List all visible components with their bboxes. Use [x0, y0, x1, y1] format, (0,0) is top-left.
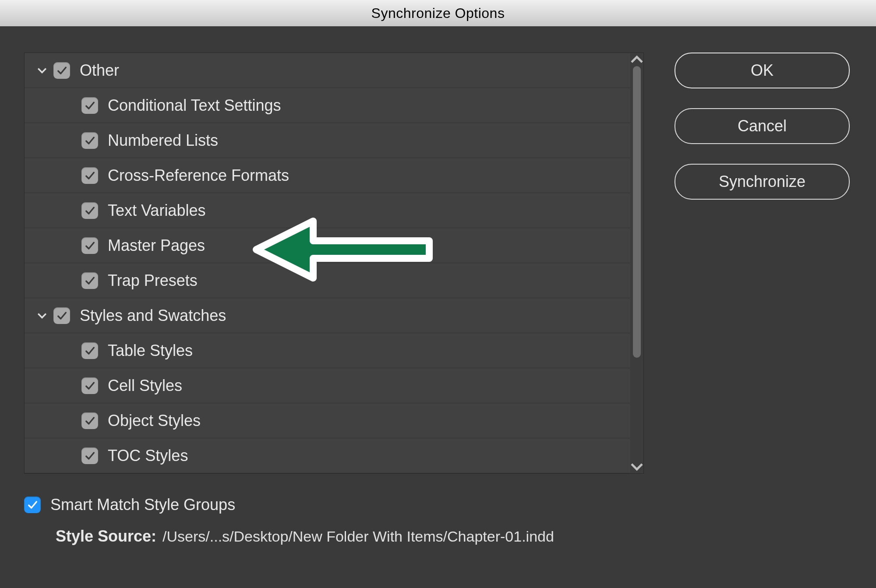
- title-bar: Synchronize Options: [0, 0, 876, 27]
- tree-item-row[interactable]: Text Variables: [25, 193, 630, 228]
- cancel-button-label: Cancel: [738, 117, 787, 135]
- footer: Smart Match Style Groups Style Source: /…: [24, 496, 644, 546]
- scroll-up-arrow-icon[interactable]: [630, 53, 643, 66]
- tree-item-row[interactable]: Numbered Lists: [25, 123, 630, 158]
- ok-button-label: OK: [751, 61, 774, 80]
- checkbox[interactable]: [81, 272, 98, 289]
- tree-item-row[interactable]: Cross-Reference Formats: [25, 158, 630, 193]
- chevron-down-icon[interactable]: [33, 311, 51, 320]
- ok-button[interactable]: OK: [675, 53, 850, 88]
- tree-item-label: Master Pages: [108, 236, 205, 255]
- tree-group-row[interactable]: Styles and Swatches: [25, 298, 630, 333]
- scroll-down-arrow-icon[interactable]: [630, 460, 643, 473]
- tree-group-row[interactable]: Other: [25, 53, 630, 88]
- checkbox[interactable]: [81, 237, 98, 254]
- tree-item-row[interactable]: Master Pages: [25, 228, 630, 263]
- tree-item-row[interactable]: Table Styles: [25, 333, 630, 368]
- tree-item-row[interactable]: TOC Styles: [25, 438, 630, 473]
- checkbox[interactable]: [81, 412, 98, 429]
- tree-item-label: Table Styles: [108, 342, 193, 360]
- checkbox[interactable]: [53, 62, 70, 79]
- tree-item-label: Cross-Reference Formats: [108, 166, 289, 185]
- button-column: OK Cancel Synchronize: [675, 53, 850, 570]
- tree-group-label: Other: [80, 61, 119, 80]
- tree-item-label: Cell Styles: [108, 377, 182, 395]
- cancel-button[interactable]: Cancel: [675, 108, 850, 144]
- options-tree: OtherConditional Text SettingsNumbered L…: [24, 53, 644, 474]
- tree-item-row[interactable]: Cell Styles: [25, 368, 630, 403]
- smart-match-checkbox[interactable]: [24, 496, 41, 513]
- tree-item-row[interactable]: Trap Presets: [25, 263, 630, 298]
- checkbox[interactable]: [81, 167, 98, 184]
- synchronize-button-label: Synchronize: [719, 173, 805, 191]
- chevron-down-icon[interactable]: [33, 66, 51, 75]
- tree-item-label: TOC Styles: [108, 447, 188, 465]
- checkbox[interactable]: [81, 97, 98, 114]
- style-source-path: /Users/...s/Desktop/New Folder With Item…: [162, 528, 554, 545]
- synchronize-button[interactable]: Synchronize: [675, 164, 850, 200]
- scrollbar[interactable]: [630, 53, 643, 473]
- checkbox[interactable]: [81, 377, 98, 394]
- tree-item-label: Conditional Text Settings: [108, 96, 281, 115]
- tree-item-label: Text Variables: [108, 201, 205, 220]
- tree-item-label: Object Styles: [108, 412, 201, 430]
- tree-item-row[interactable]: Object Styles: [25, 403, 630, 438]
- smart-match-label: Smart Match Style Groups: [50, 496, 235, 514]
- tree-item-label: Trap Presets: [108, 271, 198, 290]
- tree-item-label: Numbered Lists: [108, 131, 218, 150]
- style-source-label: Style Source:: [56, 527, 156, 546]
- window-title: Synchronize Options: [371, 5, 505, 21]
- tree-group-label: Styles and Swatches: [80, 306, 226, 325]
- checkbox[interactable]: [81, 447, 98, 464]
- tree-item-row[interactable]: Conditional Text Settings: [25, 88, 630, 123]
- checkbox[interactable]: [81, 202, 98, 219]
- checkbox[interactable]: [81, 342, 98, 359]
- scroll-track[interactable]: [630, 66, 643, 460]
- scroll-thumb[interactable]: [633, 66, 641, 358]
- dialog-panel: OtherConditional Text SettingsNumbered L…: [0, 26, 876, 588]
- checkbox[interactable]: [53, 307, 70, 324]
- checkbox[interactable]: [81, 132, 98, 149]
